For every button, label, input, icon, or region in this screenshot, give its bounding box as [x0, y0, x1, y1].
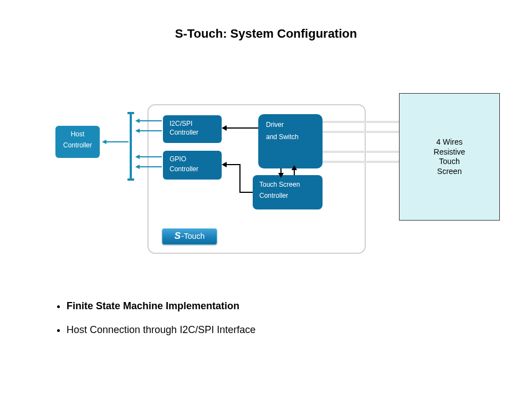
badge-prefix: S	[175, 231, 181, 241]
block-gpio-controller: GPIO Controller	[163, 151, 222, 180]
page-title: S-Touch: System Configuration	[0, 27, 532, 41]
host-label-1: Host	[59, 130, 96, 138]
driver-label-2: and Switch	[266, 133, 319, 141]
i2c-label-1: I2C/SPI	[170, 120, 218, 127]
panel-line-4: Screen	[400, 167, 499, 177]
tsc-label-1: Touch Screen	[259, 181, 319, 188]
driver-label-1: Driver	[266, 121, 319, 129]
bullet-2: Host Connection through I2C/SPI Interfac…	[66, 323, 255, 337]
tsc-label-2: Controller	[259, 192, 319, 200]
block-touch-panel: 4 Wires Resistive Touch Screen	[399, 93, 500, 221]
bullet-1: Finite State Machine Implementation	[66, 299, 255, 313]
bus-wire-2	[323, 131, 399, 133]
bus-wire-1	[323, 121, 399, 123]
block-host-controller: Host Controller	[55, 126, 100, 158]
bus-wire-3	[323, 151, 399, 153]
gpio-label-2: Controller	[170, 165, 218, 173]
wire-driver-to-i2c	[226, 127, 258, 129]
wire-tsc-to-gpio-h2	[226, 164, 239, 165]
bullet-list: Finite State Machine Implementation Host…	[54, 299, 255, 347]
arrowhead-driver-tsc-down	[278, 173, 284, 178]
bus-wire-4	[323, 161, 399, 163]
arrowhead-driver-to-i2c	[222, 125, 227, 131]
badge-suffix: -Touch	[181, 232, 204, 241]
wire-tsc-to-gpio-h	[239, 192, 253, 193]
panel-line-2: Resistive	[400, 147, 499, 157]
panel-line-1: 4 Wires	[400, 137, 499, 147]
arrowhead-tsc-to-gpio	[222, 162, 227, 167]
block-driver-and-switch: Driver and Switch	[258, 114, 323, 168]
i2c-label-2: Controller	[170, 129, 218, 136]
stouch-badge: S-Touch	[162, 228, 217, 245]
bus-rail	[127, 113, 134, 180]
gpio-label-1: GPIO	[170, 155, 218, 163]
block-i2c-spi-controller: I2C/SPI Controller	[163, 115, 222, 143]
host-label-2: Controller	[59, 141, 96, 149]
block-touch-screen-controller: Touch Screen Controller	[253, 175, 323, 209]
panel-line-3: Touch	[400, 157, 499, 167]
wire-tsc-to-gpio-v	[239, 164, 241, 193]
arrowhead-driver-tsc-up	[291, 165, 297, 170]
